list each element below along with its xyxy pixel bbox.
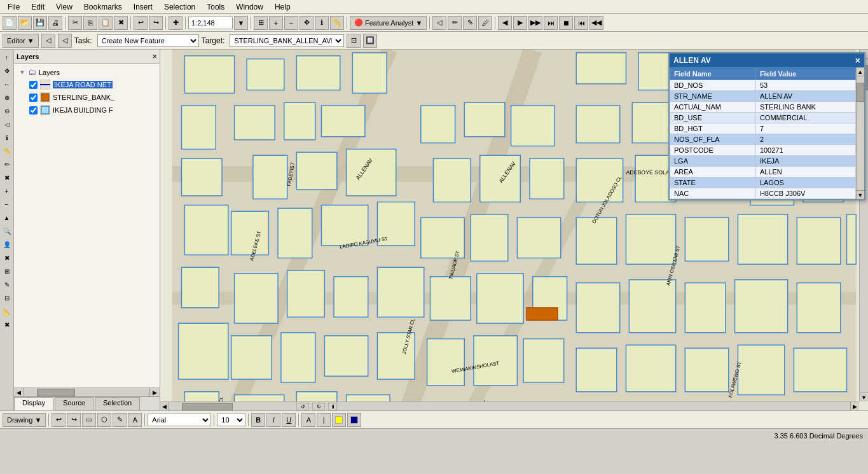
map-hscrollbar[interactable]: ◀ ↺ ↻ ⏸ ▶ <box>160 401 859 410</box>
draw-redo[interactable]: ↪ <box>67 413 81 427</box>
sidebar-tool-10[interactable]: ✖ <box>1 171 13 184</box>
sidebar-tool-12[interactable]: − <box>1 198 13 211</box>
sidebar-tool-6[interactable]: ◁ <box>1 118 13 130</box>
paint-button[interactable]: 🖊 <box>478 16 492 30</box>
zoom-out-button[interactable]: − <box>284 16 298 30</box>
sidebar-tool-20[interactable]: 📐 <box>1 305 13 317</box>
tab-source[interactable]: Source <box>55 397 93 410</box>
attr-row-0[interactable]: BD_NOS53 <box>670 80 856 91</box>
layer-checkbox-road[interactable] <box>29 81 38 89</box>
skip-end-button[interactable]: ⏭ <box>544 16 558 30</box>
layer-checkbox-building[interactable] <box>29 106 38 115</box>
scroll-left-btn[interactable]: ◀ <box>14 388 24 397</box>
forward-button[interactable]: ▶ <box>513 16 527 30</box>
menu-bookmarks[interactable]: Bookmarks <box>79 1 127 13</box>
draw-rect[interactable]: ▭ <box>82 413 96 427</box>
sidebar-tool-9[interactable]: ✏ <box>1 158 13 171</box>
sidebar-tool-16[interactable]: ✖ <box>1 251 13 264</box>
delete-button[interactable]: ✖ <box>114 16 128 30</box>
fill-color-btn[interactable] <box>332 413 346 427</box>
editor-btn2[interactable]: 🔲 <box>363 34 377 48</box>
attr-row-3[interactable]: BD_USECOMMERCIAL <box>670 113 856 123</box>
sidebar-tool-19[interactable]: ⊟ <box>1 291 13 304</box>
tab-display[interactable]: Display <box>14 397 53 410</box>
menu-selection[interactable]: Selection <box>159 1 200 13</box>
select-tool-button[interactable]: ◁ <box>432 16 446 30</box>
sidebar-tool-7[interactable]: ℹ <box>1 131 13 144</box>
zoom-full-button[interactable]: ⊞ <box>254 16 268 30</box>
layers-root[interactable]: ▼ 🗂 Layers <box>17 66 157 78</box>
rewind-button[interactable]: ⏮ <box>574 16 588 30</box>
sidebar-tool-1[interactable]: ↑ <box>1 51 13 64</box>
sidebar-tool-13[interactable]: ▲ <box>1 211 13 224</box>
vscroll-thumb[interactable] <box>857 83 864 102</box>
skip-back-button[interactable]: ◀◀ <box>589 16 603 30</box>
attr-vscrollbar[interactable]: ▲ ▼ <box>856 67 864 199</box>
draw-text[interactable]: A <box>128 413 142 427</box>
map-scroll-down[interactable]: ▼ <box>860 393 868 401</box>
attr-row-6[interactable]: POSTCODE100271 <box>670 145 856 156</box>
font-dropdown[interactable]: Arial <box>148 414 211 426</box>
identify-button[interactable]: ℹ <box>315 16 329 30</box>
bold-btn[interactable]: B <box>251 413 265 427</box>
menu-view[interactable]: View <box>51 1 78 13</box>
back-button[interactable]: ◀ <box>498 16 512 30</box>
attr-close-btn[interactable]: × <box>855 55 860 66</box>
menu-edit[interactable]: Edit <box>26 1 50 13</box>
scroll-down-btn[interactable]: ▼ <box>857 190 864 199</box>
fontsize-dropdown[interactable]: 10 <box>217 414 245 426</box>
attr-row-7[interactable]: LGAIKEJA <box>670 156 856 167</box>
refresh-btn[interactable]: ↻ <box>312 403 325 410</box>
sidebar-tool-18[interactable]: ✎ <box>1 278 13 291</box>
draw-undo[interactable]: ↩ <box>52 413 65 427</box>
stop-button[interactable]: ⏹ <box>559 16 573 30</box>
attr-row-4[interactable]: BD_HGT7 <box>670 123 856 134</box>
draw-shape[interactable]: ⬡ <box>97 413 111 427</box>
italic-btn[interactable]: I <box>266 413 280 427</box>
underline-btn[interactable]: U <box>282 413 296 427</box>
feature-analyst-button[interactable]: 🔴 Feature Analyst ▼ <box>350 16 427 30</box>
copy-button[interactable]: ⎘ <box>83 16 97 30</box>
map-scroll-right[interactable]: ▶ <box>850 402 859 410</box>
sidebar-tool-15[interactable]: 👤 <box>1 238 13 251</box>
undo-button[interactable]: ↩ <box>134 16 148 30</box>
sidebar-tool-5[interactable]: ⊖ <box>1 104 13 117</box>
zoom-dropdown[interactable]: ▼ <box>234 16 248 30</box>
zoom-input[interactable] <box>188 17 233 29</box>
pan-button[interactable]: ✥ <box>300 16 313 30</box>
editor-btn1[interactable]: ⊡ <box>347 34 361 48</box>
task-dropdown[interactable]: Create New Feature <box>97 34 199 47</box>
scroll-up-btn[interactable]: ▲ <box>857 67 864 76</box>
target-dropdown[interactable]: STERLING_BANK_ALLEN_AVI <box>230 34 344 47</box>
attr-row-1[interactable]: STR_NAMEALLEN AV <box>670 91 856 102</box>
editor-arrow1[interactable]: ◁ <box>41 34 55 48</box>
play-button[interactable]: ▶▶ <box>528 16 542 30</box>
layer-item-building[interactable]: IKEJA BUILDING F <box>17 104 157 116</box>
edit-vertices-button[interactable]: ✏ <box>448 16 462 30</box>
layers-hscrollbar[interactable]: ◀ ▶ <box>14 387 160 396</box>
sidebar-tool-21[interactable]: ✖ <box>1 318 13 331</box>
open-button[interactable]: 📂 <box>18 16 32 30</box>
editor-dropdown[interactable]: Editor ▼ <box>3 34 39 48</box>
menu-insert[interactable]: Insert <box>128 1 158 13</box>
print-button[interactable]: 🖨 <box>48 16 62 30</box>
attr-row-8[interactable]: AREAALLEN <box>670 167 856 178</box>
sidebar-tool-4[interactable]: ⊕ <box>1 91 13 104</box>
add-data-button[interactable]: ✚ <box>169 16 183 30</box>
layers-close-btn[interactable]: × <box>152 52 157 61</box>
editor-arrow2[interactable]: ◁ <box>58 34 72 48</box>
rotate-btn[interactable]: ↺ <box>296 403 309 410</box>
tab-selection[interactable]: Selection <box>95 397 140 410</box>
layer-item-bank[interactable]: STERLING_BANK_ <box>17 91 157 104</box>
sidebar-tool-11[interactable]: + <box>1 185 13 197</box>
line-color-btn[interactable] <box>347 413 361 427</box>
zoom-in-button[interactable]: + <box>269 16 283 30</box>
drawing-dropdown[interactable]: Drawing ▼ <box>3 413 46 427</box>
save-button[interactable]: 💾 <box>33 16 47 30</box>
pause-btn[interactable]: ⏸ <box>328 403 337 410</box>
sidebar-tool-17[interactable]: ⊞ <box>1 265 13 277</box>
paste-button[interactable]: 📋 <box>99 16 113 30</box>
cut-button[interactable]: ✂ <box>68 16 82 30</box>
sidebar-tool-14[interactable]: 🔍 <box>1 225 13 237</box>
attr-row-10[interactable]: NACH8CCB J306V <box>670 188 856 199</box>
